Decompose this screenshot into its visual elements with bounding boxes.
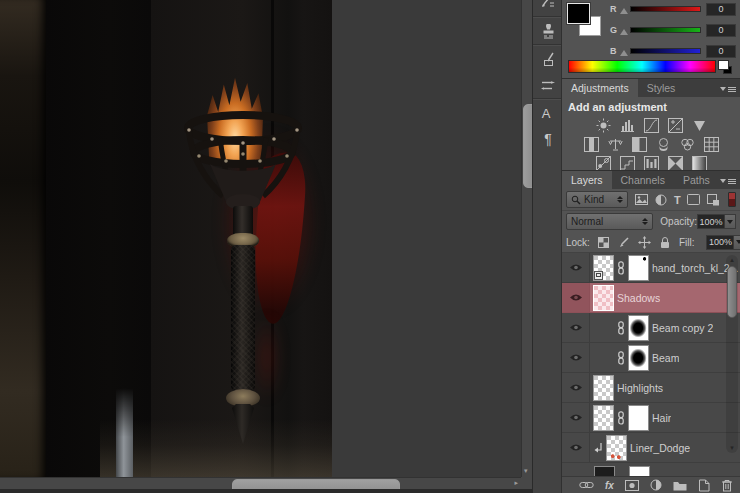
type-layer-filter-icon[interactable]: T [674,194,681,206]
blue-slider[interactable] [630,48,701,54]
selective-color-icon[interactable] [668,156,683,171]
canvas-vertical-scrollbar[interactable]: ▾ [521,0,532,477]
layer-row-beam-copy-2[interactable]: Beam copy 2 [562,313,740,343]
red-value-box[interactable]: 0 [706,3,736,16]
scroll-up-arrow-icon[interactable]: ▴ [726,256,738,264]
brush-panel-icon[interactable] [533,0,563,16]
color-balance-icon[interactable] [608,137,623,152]
blend-mode-dropdown[interactable]: Normal [566,213,653,230]
clone-source-icon[interactable] [533,18,563,44]
color-lookup-icon[interactable] [704,137,719,152]
mask-link-icon[interactable] [617,321,625,335]
black-and-white-icon[interactable] [632,137,647,152]
blue-value-box[interactable]: 0 [706,45,736,58]
layer-row-hair[interactable]: Hair [562,403,740,433]
layer-name[interactable]: Hair [652,412,671,424]
filter-on-off-toggle[interactable] [728,192,736,207]
new-adjustment-layer-icon[interactable] [650,479,662,491]
new-layer-icon[interactable] [698,479,710,492]
kind-filter-dropdown[interactable]: Kind [566,191,628,208]
panel-menu-icon[interactable] [720,176,736,186]
character-panel-icon[interactable]: A [533,100,563,126]
vibrance-icon[interactable] [692,118,707,133]
fill-dropdown-arrow[interactable] [734,235,740,250]
layer-thumbnail[interactable] [593,285,614,311]
scroll-down-arrow-icon[interactable]: ▾ [726,444,738,452]
document-canvas[interactable] [0,0,332,477]
layer-name[interactable]: Liner_Dodge [630,442,690,454]
visibility-toggle[interactable] [562,313,590,342]
green-slider-handle[interactable] [620,29,628,35]
red-slider-handle[interactable] [620,8,628,14]
pixel-layer-filter-icon[interactable] [634,193,648,207]
layer-name[interactable]: Highlights [617,382,663,394]
visibility-toggle[interactable] [562,433,590,462]
opacity-value[interactable]: 100% [697,214,725,229]
new-group-icon[interactable] [673,480,687,491]
vertical-scroll-thumb[interactable] [523,104,532,188]
red-slider[interactable] [630,6,701,12]
tool-presets-icon[interactable] [533,72,563,98]
brightness-contrast-icon[interactable] [596,118,611,133]
foreground-color-swatch[interactable] [567,3,590,24]
lock-all-icon[interactable] [659,235,671,249]
opacity-dropdown-arrow[interactable] [725,214,736,229]
layer-list-scroll-thumb[interactable] [727,266,737,318]
tab-styles[interactable]: Styles [638,79,685,97]
layer-thumbnail[interactable] [606,435,627,461]
shape-layer-filter-icon[interactable] [687,193,701,207]
layer-row-liner-dodge[interactable]: Liner_Dodge [562,433,740,463]
mask-link-icon[interactable] [617,351,625,365]
visibility-toggle[interactable] [562,343,590,372]
layer-row-beam[interactable]: Beam [562,343,740,373]
lock-image-pixels-icon[interactable] [617,235,630,249]
delete-layer-icon[interactable] [721,479,733,492]
layer-row-highlights[interactable]: Highlights [562,373,740,403]
brush-presets-icon[interactable] [533,46,563,72]
photo-filter-icon[interactable] [656,137,671,152]
lock-transparent-pixels-icon[interactable] [598,235,609,249]
layer-style-fx-icon[interactable]: fx [605,480,614,491]
scroll-down-arrow-icon[interactable]: ▾ [524,467,528,475]
white-swatch[interactable] [718,60,729,70]
layer-thumbnail[interactable] [593,255,614,281]
layer-name[interactable]: Beam copy 2 [652,322,713,334]
canvas-horizontal-scrollbar[interactable]: ▸ [0,477,521,489]
scroll-right-arrow-icon[interactable]: ▸ [514,479,518,487]
layer-row-partial[interactable] [562,463,740,476]
fill-value[interactable]: 100% [706,235,734,250]
lock-position-icon[interactable] [638,235,651,249]
layer-thumbnail[interactable] [593,405,614,431]
mask-link-icon[interactable] [617,261,625,275]
visibility-toggle[interactable] [562,253,590,282]
layer-list-scrollbar[interactable]: ▴ ▾ [726,255,738,453]
invert-icon[interactable] [596,156,611,171]
layer-row-hand-torch[interactable]: hand_torch_kl_2... [562,253,740,283]
visibility-toggle[interactable] [562,403,590,432]
levels-icon[interactable] [620,118,635,133]
paragraph-panel-icon[interactable]: ¶ [533,126,563,152]
link-layers-icon[interactable] [579,481,594,489]
add-layer-mask-icon[interactable] [625,480,639,491]
mask-link-icon[interactable] [617,411,625,425]
posterize-icon[interactable] [620,156,635,171]
layer-mask-thumbnail[interactable] [628,405,649,431]
green-value-box[interactable]: 0 [706,24,736,37]
layer-name[interactable]: Shadows [617,292,660,304]
tab-channels[interactable]: Channels [612,171,674,189]
color-spectrum-ramp[interactable] [568,60,716,73]
layer-row-shadows[interactable]: Shadows [562,283,740,313]
layer-thumbnail[interactable] [593,375,614,401]
tab-paths[interactable]: Paths [674,171,719,189]
layer-mask-thumbnail[interactable] [628,345,649,371]
green-slider[interactable] [630,27,701,33]
blue-slider-handle[interactable] [620,50,628,56]
adjustment-layer-filter-icon[interactable] [654,193,668,207]
hue-saturation-icon[interactable] [584,137,599,152]
channel-mixer-icon[interactable] [680,137,695,152]
tab-adjustments[interactable]: Adjustments [562,79,638,97]
threshold-icon[interactable] [644,156,659,171]
tab-layers[interactable]: Layers [562,171,612,189]
visibility-toggle[interactable] [562,373,590,402]
smart-object-filter-icon[interactable] [707,193,721,207]
